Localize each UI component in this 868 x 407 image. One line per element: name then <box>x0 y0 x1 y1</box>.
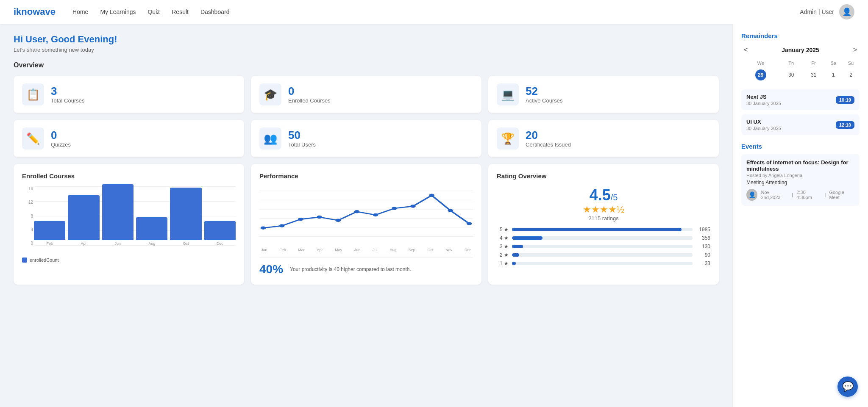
bar-label-0: Feb <box>46 241 53 246</box>
bar-y-label-3: 4 <box>31 227 33 232</box>
events-title: Events <box>741 143 860 150</box>
rating-bar-row-2: 3 ★ 130 <box>497 244 710 249</box>
rating-bar-fill-4 <box>512 262 516 265</box>
perf-dot-9 <box>429 194 434 197</box>
stat-card-3: ✏️ 0 Quizzes <box>14 120 244 157</box>
reminder-date-0: 30 January 2025 <box>746 101 781 106</box>
bar-y-label-2: 8 <box>31 214 33 219</box>
cal-next-btn[interactable]: > <box>851 45 860 55</box>
stats-grid: 📋 3 Total Courses 🎓 0 Enrolled Courses 💻… <box>14 76 719 157</box>
bar-group-0: Feb <box>34 221 65 246</box>
stat-value-3: 0 <box>51 129 71 141</box>
left-panel: Hi User, Good Evening! Let's share somet… <box>0 24 732 407</box>
nav-quiz[interactable]: Quiz <box>147 8 160 15</box>
nav-right: Admin | User 👤 <box>800 4 854 19</box>
rating-value: 4.5 <box>590 186 611 204</box>
rating-denom: /5 <box>611 193 618 202</box>
nav-my-learnings[interactable]: My Learnings <box>100 8 136 15</box>
nav-result[interactable]: Result <box>172 8 189 15</box>
rating-bar-bg-1 <box>512 236 693 240</box>
bar-label-2: Jun <box>115 241 121 246</box>
bar-0 <box>34 221 65 240</box>
rating-chart-card: Rating Overview 4.5/5 ★★★★½ 2115 ratings… <box>488 164 719 285</box>
stat-value-4: 50 <box>288 129 316 141</box>
reminder-name-0: Next JS <box>746 94 781 100</box>
stat-card-5: 🏆 20 Certificates Issued <box>488 120 719 157</box>
overview-title: Overview <box>14 61 719 69</box>
stat-card-4: 👥 50 Total Users <box>251 120 481 157</box>
rating-title: Rating Overview <box>497 172 710 180</box>
cal-header-row: WeThFrSaSu <box>741 59 860 67</box>
line-x-label-9: Oct <box>428 248 434 252</box>
bar-group-4: Oct <box>170 188 201 246</box>
performance-bottom: 40% Your productivity is 40 higher compa… <box>259 257 473 276</box>
productivity-text: Your productivity is 40 higher compared … <box>290 266 411 273</box>
bar-chart-area: Feb Apr Jun Aug Oct Dec <box>34 186 236 254</box>
stat-icon-2: 💻 <box>497 83 519 105</box>
event-cards: Effects of Internet on focus: Design for… <box>741 154 860 206</box>
bar-label-3: Aug <box>148 241 155 246</box>
line-x-label-2: Mar <box>298 248 305 252</box>
avatar[interactable]: 👤 <box>839 4 854 19</box>
chat-bubble-button[interactable]: 💬 <box>837 377 858 397</box>
cal-today: 29 <box>755 69 766 80</box>
cal-day-3[interactable]: 1 <box>825 67 842 83</box>
performance-chart-title: Performance <box>259 172 473 180</box>
productivity-percent: 40% <box>259 263 283 276</box>
rating-stars: ★★★★½ <box>497 204 710 215</box>
cal-days-row: 29303112 <box>741 67 860 83</box>
cal-header-We: We <box>741 59 780 67</box>
event-avatar-0: 👤 <box>746 189 757 201</box>
rating-bar-count-0: 1985 <box>696 227 710 233</box>
stat-card-1: 🎓 0 Enrolled Courses <box>251 76 481 113</box>
perf-dot-1 <box>279 224 285 227</box>
rating-bar-row-0: 5 ★ 1985 <box>497 227 710 233</box>
line-x-label-8: Sep <box>409 248 415 252</box>
cal-day-2[interactable]: 31 <box>802 67 825 83</box>
rating-bar-row-1: 4 ★ 356 <box>497 235 710 241</box>
rating-count: 2115 ratings <box>497 215 710 221</box>
reminder-time-0: 10:19 <box>836 96 854 104</box>
stat-icon-1: 🎓 <box>259 83 281 105</box>
bar-group-3: Aug <box>136 217 167 246</box>
nav-home[interactable]: Home <box>72 8 88 15</box>
event-attending-0: Meeting Attending <box>746 180 854 186</box>
rating-bar-bg-3 <box>512 253 693 257</box>
line-x-labels: JanFebMarAprMayJunJulAugSepOctNovDec <box>259 248 473 252</box>
cal-header-Th: Th <box>780 59 802 67</box>
rating-bar-fill-3 <box>512 253 519 257</box>
rating-bar-fill-0 <box>512 228 682 231</box>
rating-star-label-0: 5 ★ <box>497 227 509 233</box>
line-x-label-1: Feb <box>279 248 286 252</box>
rating-star-label-3: 2 ★ <box>497 252 509 258</box>
rating-star-label-4: 1 ★ <box>497 260 509 266</box>
perf-dot-0 <box>261 226 266 230</box>
cal-day-0[interactable]: 29 <box>741 67 780 83</box>
bar-y-label-1: 12 <box>28 200 33 205</box>
charts-row: Enrolled Courses 1612840 Feb Apr Jun Aug… <box>14 164 719 285</box>
perf-dot-10 <box>448 209 453 212</box>
stat-label-2: Active Courses <box>526 97 562 104</box>
cal-day-1[interactable]: 30 <box>780 67 802 83</box>
bar-group-2: Jun <box>102 184 134 246</box>
nav-links: Home My Learnings Quiz Result Dashboard <box>72 8 800 15</box>
reminders-title: Remainders <box>741 32 860 39</box>
cal-day-4[interactable]: 2 <box>842 67 860 83</box>
nav-dashboard[interactable]: Dashboard <box>200 8 230 15</box>
cal-header-Su: Su <box>842 59 860 67</box>
stat-label-4: Total Users <box>288 141 316 148</box>
line-x-label-6: Jul <box>373 248 378 252</box>
greeting-title: Hi User, Good Evening! <box>14 34 719 45</box>
bar-2 <box>102 184 134 240</box>
cal-prev-btn[interactable]: < <box>741 45 750 55</box>
stat-icon-0: 📋 <box>22 83 44 105</box>
rating-star-label-1: 4 ★ <box>497 235 509 241</box>
line-x-label-11: Dec <box>465 248 471 252</box>
cal-header-Sa: Sa <box>825 59 842 67</box>
bar-3 <box>136 217 167 240</box>
stat-card-0: 📋 3 Total Courses <box>14 76 244 113</box>
bar-5 <box>204 221 236 240</box>
rating-star-label-2: 3 ★ <box>497 244 509 249</box>
reminder-name-1: UI UX <box>746 119 781 125</box>
reminder-items: Next JS 30 January 2025 10:19 UI UX 30 J… <box>741 89 860 135</box>
